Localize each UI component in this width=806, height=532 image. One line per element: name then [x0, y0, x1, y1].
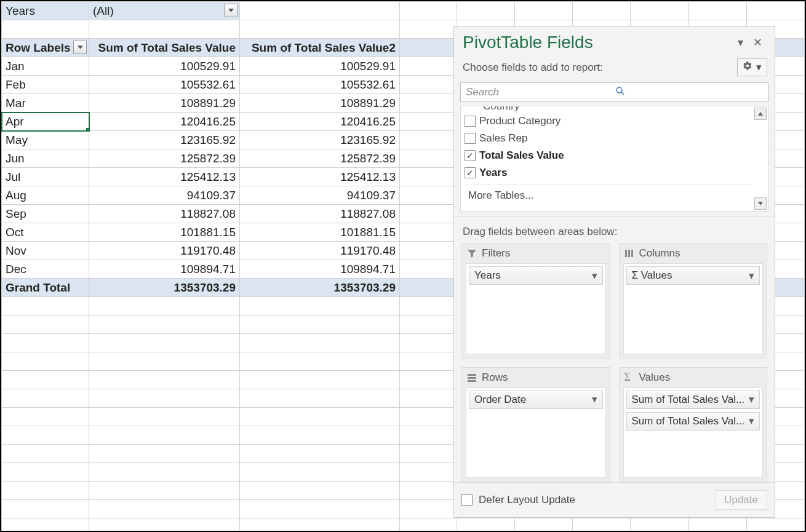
scroll-up-button[interactable] [754, 108, 767, 120]
row-label-cell[interactable]: May [2, 131, 89, 149]
value-cell[interactable]: 125412.13 [89, 168, 240, 186]
value-cell[interactable]: 109894.71 [240, 260, 400, 279]
filters-area[interactable]: Filters Years▾ [461, 243, 610, 359]
close-icon[interactable]: ✕ [749, 36, 766, 49]
field-checkbox[interactable]: ✓ [465, 150, 476, 161]
columns-area-title: Columns [639, 247, 680, 260]
report-filter-name[interactable]: Years [2, 2, 89, 20]
field-checkbox[interactable] [465, 133, 476, 144]
field-label: Product Category [479, 115, 561, 127]
value-cell[interactable]: 100529.91 [240, 57, 400, 76]
rows-area[interactable]: Rows Order Date▾ [461, 367, 610, 483]
chevron-down-icon: ▾ [592, 269, 597, 282]
chevron-down-icon: ▾ [749, 415, 754, 427]
row-label-cell[interactable]: Jul [2, 168, 89, 186]
value-cell[interactable]: 125412.13 [240, 168, 400, 186]
row-label-cell[interactable]: Nov [2, 242, 89, 260]
area-field-pill[interactable]: Years▾ [469, 266, 603, 285]
value-header-2[interactable]: Sum of Total Sales Value2 [240, 39, 400, 57]
row-label-cell[interactable]: Oct [2, 223, 89, 242]
value-header-1[interactable]: Sum of Total Sales Value [89, 39, 240, 57]
row-label-cell[interactable]: Dec [2, 260, 89, 279]
row-label-cell[interactable]: Jan [2, 57, 89, 76]
value-cell[interactable]: 125872.39 [89, 149, 240, 168]
value-cell[interactable]: 120416.25 [89, 113, 240, 131]
drag-hint-label: Drag fields between areas below: [454, 216, 775, 243]
svg-rect-8 [631, 250, 633, 257]
value-cell[interactable]: 100529.91 [89, 57, 240, 76]
svg-marker-0 [228, 9, 234, 12]
row-label-cell[interactable]: Aug [2, 186, 89, 205]
report-filter-value[interactable]: (All) [89, 2, 240, 20]
value-cell[interactable]: 101881.15 [89, 223, 240, 242]
field-label: Sales Rep [479, 132, 527, 145]
grand-total-v1[interactable]: 1353703.29 [89, 279, 240, 297]
value-cell[interactable]: 105532.61 [89, 76, 240, 94]
field-checkbox[interactable] [465, 116, 476, 127]
value-cell[interactable]: 123165.92 [89, 131, 240, 149]
defer-layout-checkbox[interactable] [461, 494, 473, 506]
area-field-pill[interactable]: Sum of Total Sales Val...▾ [626, 412, 760, 431]
values-area[interactable]: Σ Values Sum of Total Sales Val...▾Sum o… [619, 367, 768, 483]
value-cell[interactable]: 125872.39 [240, 149, 400, 168]
columns-area[interactable]: Columns Σ Values▾ [619, 243, 768, 359]
value-cell[interactable]: 123165.92 [240, 131, 400, 149]
row-label-cell[interactable]: Sep [2, 205, 89, 223]
filter-dropdown-button[interactable] [224, 4, 237, 17]
value-cell[interactable]: 118827.08 [89, 205, 240, 223]
row-label-cell[interactable]: Jun [2, 149, 89, 168]
field-item[interactable]: Product Category [465, 113, 753, 130]
scroll-down-button[interactable] [754, 197, 767, 210]
value-cell[interactable]: 118827.08 [240, 205, 400, 223]
field-list-options-button[interactable]: ▾ [737, 58, 767, 76]
row-label-cell[interactable]: Apr [2, 113, 89, 131]
value-cell[interactable]: 101881.15 [240, 223, 400, 242]
pane-menu-dropdown[interactable]: ▾ [732, 36, 749, 49]
chevron-down-icon: ▾ [756, 61, 762, 74]
row-label-cell[interactable]: Mar [2, 94, 89, 113]
filters-area-title: Filters [482, 247, 510, 260]
row-labels-dropdown[interactable] [73, 41, 87, 54]
row-label-cell[interactable]: Feb [2, 76, 89, 94]
value-cell[interactable]: 108891.29 [240, 94, 400, 113]
svg-rect-11 [468, 380, 476, 382]
search-placeholder: Search [466, 86, 615, 98]
field-item[interactable]: ✓Total Sales Value [465, 147, 753, 164]
area-field-pill[interactable]: Sum of Total Sales Val...▾ [626, 391, 760, 409]
update-button[interactable]: Update [715, 490, 767, 510]
filter-icon [467, 248, 477, 258]
row-labels-header[interactable]: Row Labels [2, 39, 89, 57]
value-cell[interactable]: 108891.29 [89, 94, 240, 113]
pill-label: Order Date [474, 394, 592, 406]
svg-line-3 [621, 92, 623, 94]
area-field-pill[interactable]: Σ Values▾ [626, 266, 760, 285]
value-cell[interactable]: 109894.71 [89, 260, 240, 279]
search-input[interactable]: Search [460, 82, 768, 102]
field-item[interactable]: ✓Years [465, 164, 753, 181]
sigma-icon: Σ [624, 373, 634, 383]
svg-marker-1 [78, 46, 83, 49]
area-field-pill[interactable]: Order Date▾ [469, 391, 603, 409]
value-cell[interactable]: 119170.48 [240, 242, 400, 260]
svg-rect-10 [468, 377, 476, 379]
search-icon [615, 85, 764, 100]
field-item-cut: Country [483, 106, 753, 113]
rows-icon [467, 373, 477, 383]
grand-total-v2[interactable]: 1353703.29 [240, 279, 400, 297]
svg-rect-9 [468, 374, 476, 376]
field-item[interactable]: Sales Rep [465, 130, 753, 147]
field-list[interactable]: CountryProduct CategorySales Rep✓Total S… [460, 106, 768, 212]
value-cell[interactable]: 119170.48 [89, 242, 240, 260]
field-checkbox[interactable]: ✓ [465, 167, 476, 178]
chevron-down-icon: ▾ [749, 269, 754, 282]
defer-layout-label: Defer Layout Update [479, 494, 575, 506]
pill-label: Sum of Total Sales Val... [632, 415, 749, 427]
value-cell[interactable]: 120416.25 [240, 113, 400, 131]
value-cell[interactable]: 94109.37 [240, 186, 400, 205]
pill-label: Years [474, 269, 592, 282]
svg-rect-7 [628, 250, 630, 257]
more-tables-link[interactable]: More Tables... [468, 189, 749, 202]
grand-total-label[interactable]: Grand Total [2, 279, 89, 297]
value-cell[interactable]: 105532.61 [240, 76, 400, 94]
value-cell[interactable]: 94109.37 [89, 186, 240, 205]
